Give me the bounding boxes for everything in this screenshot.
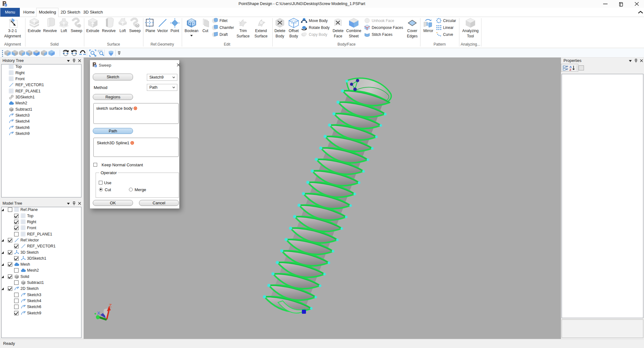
svg-text:Z: Z [569,68,571,71]
svg-text:Z: Z [109,303,112,308]
svg-text:X: X [97,311,100,316]
